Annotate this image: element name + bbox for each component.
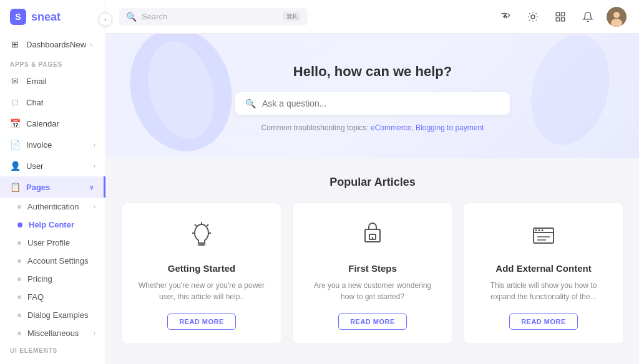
user-icon: 👤 [10, 161, 20, 171]
user-profile-label: User Profile [27, 238, 70, 247]
getting-started-desc: Whether you're new or you're a power use… [135, 280, 268, 302]
misc-chevron: › [94, 330, 95, 337]
topbar-actions [497, 7, 627, 27]
pages-icon: 📋 [10, 182, 20, 192]
first-steps-title: First Steps [348, 263, 397, 274]
auth-label: Authentication [27, 202, 79, 211]
hero-bg-leaf-left [119, 34, 243, 158]
pages-chevron: ∨ [89, 184, 94, 191]
brand-name: sneat [31, 11, 61, 24]
calendar-label: Calendar [26, 119, 59, 128]
pricing-dot [17, 277, 21, 281]
sidebar-item-help-center[interactable]: Help Center [0, 216, 105, 234]
search-icon: 🔍 [126, 12, 137, 22]
article-card-add-external-content: Add External Content This article will s… [463, 203, 624, 344]
sidebar-item-user[interactable]: 👤 User › [0, 155, 105, 176]
faq-dot [17, 295, 21, 299]
add-external-content-title: Add External Content [495, 263, 591, 274]
sidebar-item-faq[interactable]: FAQ [0, 288, 105, 306]
dashboard-chevron: › [90, 41, 92, 48]
hint-ecommerce[interactable]: eCommerce [371, 123, 411, 132]
email-icon: ✉ [10, 76, 20, 86]
svg-rect-4 [562, 17, 565, 21]
sidebar-item-user-profile[interactable]: User Profile [0, 234, 105, 252]
invoice-label: Invoice [26, 140, 52, 150]
user-label: User [26, 161, 43, 171]
chat-label: Chat [26, 98, 43, 107]
hero-title: Hello, how can we help? [119, 64, 627, 80]
sidebar-item-invoice[interactable]: 📄 Invoice › [0, 134, 105, 155]
translate-icon[interactable] [497, 8, 514, 26]
add-external-content-icon [529, 221, 559, 254]
svg-rect-3 [556, 17, 559, 21]
hero-search-input[interactable] [262, 98, 500, 108]
hero-bg-leaf-right [520, 34, 620, 152]
new-badge: New [70, 40, 86, 49]
account-settings-dot [17, 259, 21, 263]
invoice-icon: 📄 [10, 140, 20, 150]
svg-line-18 [207, 224, 208, 226]
pricing-label: Pricing [27, 274, 52, 284]
topbar: 🔍 Search ⌘K [106, 0, 639, 34]
getting-started-read-more[interactable]: READ MORE [167, 314, 236, 330]
search-bar[interactable]: 🔍 Search ⌘K [119, 8, 308, 26]
article-card-first-steps: First Steps Are you a new customer wonde… [292, 203, 453, 344]
miscellaneous-label: Miscellaneous [27, 328, 79, 338]
first-steps-read-more[interactable]: READ MORE [338, 314, 407, 330]
sidebar-item-pages[interactable]: 📋 Pages ∨ [0, 176, 105, 198]
svg-point-28 [542, 229, 544, 231]
hero-search-icon: 🔍 [245, 98, 256, 108]
pages-sub-items: Authentication › Help Center User Profil… [0, 198, 105, 342]
articles-grid: Getting Started Whether you're new or yo… [121, 203, 624, 344]
sidebar-collapse-button[interactable]: ‹ [99, 12, 112, 26]
user-profile-dot [17, 241, 21, 245]
search-shortcut: ⌘K [283, 12, 300, 21]
add-external-content-read-more[interactable]: READ MORE [509, 314, 578, 330]
hero-search-bar[interactable]: 🔍 [235, 92, 510, 115]
hint-blogging[interactable]: Blogging to payment [416, 123, 484, 132]
pages-label: Pages [26, 183, 50, 192]
svg-point-27 [539, 229, 540, 231]
hero-hint: Common troubleshooting topics: eCommerce… [119, 123, 627, 132]
sidebar-item-chat[interactable]: □ Chat [0, 92, 105, 113]
user-avatar[interactable] [607, 7, 627, 27]
sidebar-item-dashboards[interactable]: ⊞ Dashboards New › [0, 34, 105, 55]
sidebar-item-pricing[interactable]: Pricing [0, 270, 105, 288]
grid-icon[interactable] [552, 8, 569, 26]
sun-icon[interactable] [524, 8, 542, 26]
miscellaneous-dot [17, 332, 21, 335]
getting-started-title: Getting Started [168, 263, 235, 274]
sidebar-item-account-settings[interactable]: Account Settings [0, 252, 105, 270]
user-chevron: › [94, 163, 95, 170]
search-placeholder: Search [142, 12, 167, 21]
sidebar-item-dialog-examples[interactable]: Dialog Examples [0, 306, 105, 324]
calendar-icon: 📅 [10, 118, 20, 128]
sidebar-item-authentication[interactable]: Authentication › [0, 198, 105, 216]
ui-elements-label: UI ELEMENTS [0, 342, 105, 357]
sidebar-item-miscellaneous[interactable]: Miscellaneous › [0, 324, 105, 342]
brand-logo[interactable]: S sneat [0, 0, 105, 34]
auth-chevron: › [94, 203, 95, 210]
svg-line-17 [195, 224, 197, 226]
sidebar-item-calendar[interactable]: 📅 Calendar [0, 113, 105, 134]
popular-articles-title: Popular Articles [121, 176, 624, 189]
sidebar: S sneat ⊞ Dashboards New › APPS & PAGES … [0, 0, 106, 364]
sidebar-item-email[interactable]: ✉ Email [0, 70, 105, 92]
email-label: Email [26, 77, 47, 86]
getting-started-icon [187, 221, 217, 254]
dialog-examples-label: Dialog Examples [27, 310, 89, 320]
content-area: Popular Articles [106, 158, 639, 362]
svg-rect-1 [556, 12, 559, 16]
account-settings-label: Account Settings [27, 256, 89, 266]
svg-point-26 [535, 229, 537, 231]
svg-rect-2 [562, 12, 565, 16]
dashboard-label: Dashboards [26, 40, 70, 49]
dialog-examples-dot [17, 314, 21, 317]
logo-icon: S [10, 9, 26, 25]
svg-point-10 [520, 34, 620, 152]
chat-icon: □ [10, 97, 20, 107]
bell-icon[interactable] [579, 8, 597, 26]
first-steps-desc: Are you a new customer wondering how to … [306, 280, 439, 302]
auth-dot [17, 205, 21, 209]
first-steps-icon [358, 221, 388, 254]
